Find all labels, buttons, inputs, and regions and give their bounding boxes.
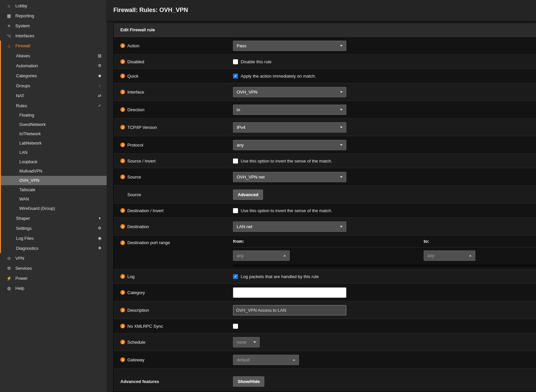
checkbox-label: Use this option to invert the sense of t… [241,159,332,164]
info-icon[interactable] [120,74,125,78]
interface-select[interactable]: OVH_VPN [233,87,346,97]
selected-value: any [427,253,434,258]
sidebar-item-diagnostics[interactable]: Diagnostics [1,243,107,253]
info-icon[interactable] [120,175,125,179]
log-checkbox[interactable] [233,274,238,279]
source-select[interactable]: OVH_VPN net [233,172,346,182]
sidebar-item-rules[interactable]: Rules [1,101,107,111]
category-input[interactable] [233,287,346,298]
sidebar-item-vpn[interactable]: VPN [0,253,107,263]
sidebar-item-shaper[interactable]: Shaper [1,213,107,223]
sidebar-item-help[interactable]: Help [0,283,107,293]
sidebar-item-label: Help [15,286,24,291]
sidebar-item-ovh-vpn[interactable]: OVH_VPN [1,176,107,185]
ip-version-select[interactable]: IPv4 [233,122,346,133]
info-icon[interactable] [120,90,125,94]
field-label: Description [127,308,149,313]
field-label: Category [127,290,145,295]
port-to-select[interactable]: any [424,250,475,261]
sidebar-item-reporting[interactable]: Reporting [0,11,107,21]
sidebar-item-automation[interactable]: Automation [1,61,107,71]
description-input[interactable] [233,305,346,315]
info-icon[interactable] [120,107,125,112]
info-icon[interactable] [120,159,125,163]
no-xmlrpc-sync-checkbox[interactable] [233,324,238,329]
source-advanced-button[interactable]: Advanced [233,190,263,200]
direction-select[interactable]: in [233,105,346,115]
selected-value: LAN net [237,224,252,229]
info-icon[interactable] [120,308,125,312]
sidebar-item-lan[interactable]: LAN [1,148,107,157]
info-icon[interactable] [120,59,125,64]
info-icon[interactable] [120,357,125,362]
selected-value: none [237,340,246,345]
sidebar-item-interfaces[interactable]: Interfaces [0,31,107,41]
info-icon[interactable] [120,143,125,147]
sidebar-item-services[interactable]: Services [0,263,107,273]
info-icon[interactable] [120,274,125,279]
sidebar-item-mullvadvpn[interactable]: MullvadVPN [1,167,107,176]
sidebar-item-floating[interactable]: Floating [1,111,107,120]
info-icon[interactable] [120,125,125,130]
sidebar-item-iotnetwork[interactable]: IoTNetwork [1,129,107,139]
sidebar-item-labnetwork[interactable]: LabNetwork [1,139,107,148]
port-from-select[interactable]: any [233,250,290,261]
gateway-select[interactable]: default [233,355,299,365]
sidebar-item-label: Tailscale [19,188,35,192]
info-icon[interactable] [120,340,125,344]
field-label: TCP/IP Version [127,125,157,130]
selected-value: Pass [237,43,246,48]
quick-checkbox[interactable] [233,74,238,79]
sidebar-item-system[interactable]: System [0,21,107,31]
sidebar-item-groups[interactable]: Groups [1,81,107,91]
info-icon[interactable] [120,224,125,229]
sidebar-item-nat[interactable]: NAT [1,91,107,101]
sidebar-item-power[interactable]: Power [0,273,107,283]
sidebar-item-aliases[interactable]: Aliases [1,51,107,61]
sidebar-item-label: Diagnostics [16,246,38,251]
sidebar-item-guestnetwork[interactable]: GuestNetwork [1,120,107,129]
caret-up-icon [469,255,472,256]
info-icon[interactable] [120,240,125,245]
sidebar-item-tailscale[interactable]: Tailscale [1,185,107,195]
info-icon[interactable] [120,290,125,295]
source-invert-checkbox[interactable] [233,159,238,164]
disabled-checkbox[interactable] [233,59,238,64]
system-icon [6,23,12,28]
field-label: Quick [127,74,138,79]
field-row-advanced-features: Advanced features Show/Hide [114,369,536,392]
field-row-schedule: Schedule none [114,333,536,351]
sidebar-item-log-files[interactable]: Log Files [1,233,107,243]
selected-value: in [237,107,240,112]
selected-value: IPv4 [237,125,245,130]
sidebar-item-loopback[interactable]: Loopback [1,157,107,167]
sidebar-item-label: GuestNetwork [19,122,46,127]
sidebar-item-lobby[interactable]: Lobby [0,1,107,11]
sidebar-item-label: Log Files [16,236,34,241]
sidebar-item-settings[interactable]: Settings [1,223,107,233]
sitemap-icon [97,83,103,88]
horizontal-scrollbar[interactable] [233,264,536,267]
field-row-disabled: Disabled Disable this rule [114,55,536,69]
page-header: Firewall: Rules: OVH_VPN [107,0,536,21]
info-icon[interactable] [120,324,125,328]
destination-invert-checkbox[interactable] [233,208,238,213]
exchange-icon [97,93,103,98]
destination-select[interactable]: LAN net [233,221,346,232]
caret-down-icon [340,176,343,178]
caret-up-icon [293,359,295,361]
sidebar-item-categories[interactable]: Categories [1,71,107,81]
protocol-select[interactable]: any [233,140,346,150]
info-icon[interactable] [120,43,125,48]
selected-value: any [237,253,244,258]
info-icon[interactable] [120,208,125,213]
sidebar-item-wan[interactable]: WAN [1,195,107,204]
sidebar-item-firewall[interactable]: Firewall [1,41,107,51]
sidebar-item-wireguard-group[interactable]: WireGuard (Group) [1,204,107,213]
schedule-select[interactable]: none [233,337,260,347]
caret-down-icon [340,127,343,128]
show-hide-advanced-button[interactable]: Show/Hide [233,376,264,387]
page-title: Firewall: Rules: OVH_VPN [113,7,536,14]
sidebar-item-label: VPN [15,256,24,261]
action-select[interactable]: Pass [233,41,346,51]
